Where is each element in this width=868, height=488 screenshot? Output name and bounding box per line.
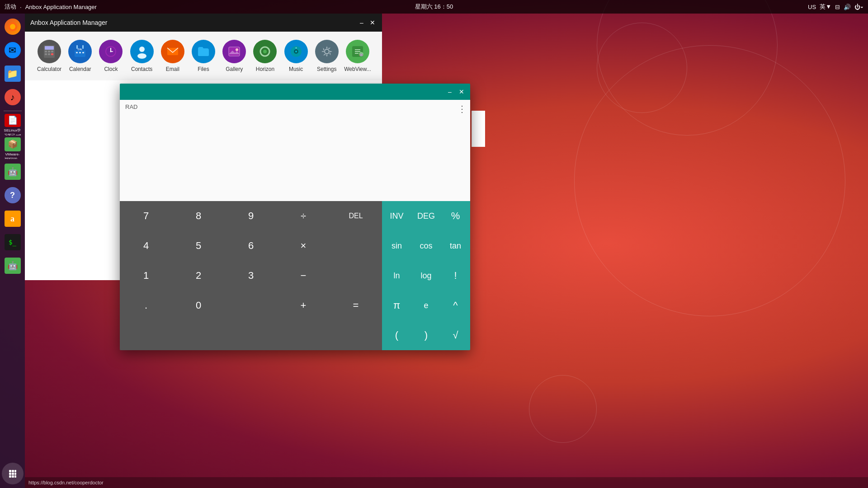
svg-rect-16	[45, 53, 47, 55]
key-empty-2	[330, 261, 382, 291]
dock-help[interactable]: ?	[2, 184, 24, 206]
key-close-paren[interactable]: )	[411, 320, 441, 350]
app-webview[interactable]: 🤖 WebView...	[342, 36, 373, 76]
svg-rect-7	[14, 473, 16, 475]
files-icon: 📁	[5, 66, 21, 82]
network-icon[interactable]: ⊟	[835, 4, 840, 10]
calc-close-button[interactable]: ✕	[457, 87, 467, 97]
svg-point-38	[236, 48, 238, 51]
dock-anbox[interactable]: 🤖	[2, 161, 24, 183]
lang-label[interactable]: 英▼	[820, 3, 831, 11]
region-label[interactable]: US	[808, 4, 816, 10]
calc-titlebar: – ✕	[120, 84, 470, 100]
key-tan[interactable]: tan	[441, 231, 470, 261]
key-5[interactable]: 5	[172, 231, 225, 261]
anbox-minimize-button[interactable]: –	[358, 19, 366, 27]
app-name-topbar: Anbox Application Manager	[25, 4, 97, 10]
power-icon[interactable]: ⏻▾	[854, 4, 863, 10]
key-inv[interactable]: INV	[382, 201, 411, 231]
calc-keypad: 7 8 9 ÷ DEL 4 5 6 × 1 2 3 − . 0 + = INV	[120, 201, 470, 350]
svg-rect-8	[9, 475, 11, 478]
anbox-close-button[interactable]: ✕	[368, 19, 377, 27]
key-pi[interactable]: π	[382, 291, 411, 320]
key-sin[interactable]: sin	[382, 231, 411, 261]
calendar-app-label: Calendar	[69, 66, 91, 72]
svg-point-33	[137, 53, 146, 59]
key-deg[interactable]: DEG	[411, 201, 441, 231]
key-percent[interactable]: %	[441, 201, 470, 231]
key-divide[interactable]: ÷	[277, 201, 330, 231]
app-email[interactable]: Email	[157, 36, 188, 76]
app-gallery[interactable]: Gallery	[219, 36, 250, 76]
key-9[interactable]: 9	[225, 201, 277, 231]
app-calculator[interactable]: Calculator	[34, 36, 65, 76]
key-power[interactable]: ^	[441, 291, 470, 320]
key-multiply[interactable]: ×	[277, 231, 330, 261]
dock-firefox[interactable]	[2, 16, 24, 38]
key-dot[interactable]: .	[120, 291, 172, 320]
key-6[interactable]: 6	[225, 231, 277, 261]
calculator-app-icon	[38, 40, 61, 63]
dock-thunderbird[interactable]: ✉	[2, 39, 24, 61]
calendar-app-icon: CAL	[68, 40, 92, 63]
topbar: 活动 · Anbox Application Manager 星期六 16：50…	[0, 0, 868, 14]
app-music[interactable]: Music	[281, 36, 311, 76]
vmware-icon: 📦	[5, 137, 21, 151]
key-del[interactable]: DEL	[330, 201, 382, 231]
app-contacts[interactable]: Contacts	[127, 36, 157, 76]
key-e[interactable]: e	[411, 291, 441, 320]
key-equals[interactable]: =	[330, 291, 382, 320]
topbar-left: 活动 · Anbox Application Manager	[5, 3, 97, 11]
app-files[interactable]: Files	[188, 36, 219, 76]
key-7[interactable]: 7	[120, 201, 172, 231]
vmware-label: VMware-Horizon...	[5, 152, 20, 159]
key-factorial[interactable]: !	[441, 261, 470, 291]
show-apps-button[interactable]	[2, 463, 24, 484]
stub-window	[472, 111, 485, 147]
dock-rhythmbox[interactable]: ♪	[2, 86, 24, 108]
amazon-icon: a	[5, 211, 21, 227]
svg-rect-13	[45, 51, 47, 52]
key-minus[interactable]: −	[277, 261, 330, 291]
key-0[interactable]: 0	[172, 291, 225, 320]
app-calendar[interactable]: CAL Calendar	[65, 36, 95, 76]
topbar-right: US 英▼ ⊟ 🔊 ⏻▾	[808, 3, 863, 11]
key-log[interactable]: log	[411, 261, 441, 291]
key-plus[interactable]: +	[277, 291, 330, 320]
app-horizon[interactable]: Horizon	[250, 36, 280, 76]
clock-app-label: Clock	[104, 66, 118, 72]
key-4[interactable]: 4	[120, 231, 172, 261]
key-2[interactable]: 2	[172, 261, 225, 291]
anbox2-icon: 🤖	[5, 258, 21, 274]
key-1[interactable]: 1	[120, 261, 172, 291]
dock-terminal[interactable]: $_	[2, 231, 24, 253]
terminal-icon: $_	[5, 234, 21, 250]
dock-files[interactable]: 📁	[2, 63, 24, 84]
app-settings[interactable]: Settings	[311, 36, 342, 76]
music-app-icon	[284, 40, 308, 63]
svg-rect-3	[12, 470, 14, 472]
key-3[interactable]: 3	[225, 261, 277, 291]
svg-rect-25	[82, 52, 84, 53]
dock-vmware[interactable]: 📦 VMware-Horizon...	[2, 137, 24, 159]
calc-numpad: 7 8 9 ÷ DEL 4 5 6 × 1 2 3 − . 0 + =	[120, 201, 382, 350]
contacts-app-icon	[130, 40, 154, 63]
volume-icon[interactable]: 🔊	[844, 4, 851, 10]
dock-anbox2[interactable]: 🤖	[2, 255, 24, 277]
anbox-window-title: Anbox Application Manager	[30, 19, 107, 26]
calc-minimize-button[interactable]: –	[445, 87, 455, 97]
calculator-app-label: Calculator	[37, 66, 61, 72]
music-app-label: Music	[289, 66, 303, 72]
dock-amazon[interactable]: a	[2, 208, 24, 230]
key-open-paren[interactable]: (	[382, 320, 411, 350]
key-sqrt[interactable]: √	[441, 320, 470, 350]
calc-menu-button[interactable]: ⋮	[458, 103, 467, 114]
key-8[interactable]: 8	[172, 201, 225, 231]
activity-label[interactable]: 活动	[5, 3, 16, 11]
app-clock[interactable]: Clock	[95, 36, 126, 76]
contacts-app-label: Contacts	[131, 66, 152, 72]
key-cos[interactable]: cos	[411, 231, 441, 261]
svg-rect-14	[48, 51, 50, 52]
key-ln[interactable]: ln	[382, 261, 411, 291]
dock-seebooks[interactable]: 📄 SELinux学习笔记.pdf	[2, 114, 24, 136]
